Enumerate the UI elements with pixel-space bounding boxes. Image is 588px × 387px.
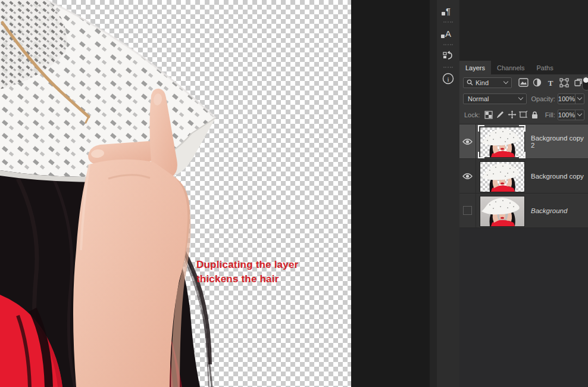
pixel-layer-filter-icon[interactable] bbox=[517, 77, 530, 89]
type-layer-filter-icon[interactable]: T bbox=[544, 77, 557, 89]
opacity-label: Opacity: bbox=[531, 95, 555, 102]
visibility-toggle[interactable] bbox=[459, 124, 476, 158]
fill-scrubber[interactable] bbox=[575, 110, 584, 120]
layer-list: Background copy 2 bbox=[459, 124, 588, 228]
layer-filter-toggle[interactable] bbox=[582, 76, 588, 90]
lock-row: Lock: Fill: 100% bbox=[459, 107, 588, 123]
chevron-down-icon bbox=[503, 79, 508, 84]
panel-dot bbox=[442, 12, 445, 15]
paragraph-panel-button[interactable]: ¶ bbox=[437, 0, 459, 21]
pasteboard bbox=[351, 0, 430, 387]
layer-row-background-copy-2[interactable]: Background copy 2 bbox=[459, 124, 588, 159]
layer-name: Background bbox=[531, 207, 567, 214]
layers-panel: Layers Channels Paths Kind T bbox=[459, 0, 588, 387]
panel-tab-bar: Layers Channels Paths bbox=[459, 61, 588, 74]
canvas-annotation-text: Duplicating the layer thickens the hair bbox=[196, 258, 298, 286]
panel-empty-area bbox=[459, 0, 588, 61]
panel-dot bbox=[441, 35, 445, 38]
layer-row-background[interactable]: Background bbox=[459, 194, 588, 228]
chevron-down-icon bbox=[518, 95, 523, 100]
fill-input[interactable]: 100% bbox=[558, 110, 584, 120]
layer-thumbnail[interactable] bbox=[480, 196, 524, 226]
layer-name: Background copy 2 bbox=[531, 135, 588, 149]
lock-artboard-icon[interactable] bbox=[518, 109, 528, 121]
blend-mode-value: Normal bbox=[468, 95, 517, 102]
layer-filter-kind-dropdown[interactable]: Kind bbox=[463, 77, 512, 88]
lock-all-icon[interactable] bbox=[530, 109, 540, 121]
shape-layer-filter-icon[interactable] bbox=[558, 77, 571, 89]
visibility-empty-box bbox=[463, 206, 472, 215]
blend-mode-row: Normal Opacity: 100% bbox=[459, 90, 588, 107]
visibility-toggle[interactable] bbox=[459, 159, 476, 193]
blend-mode-dropdown[interactable]: Normal bbox=[463, 93, 527, 104]
tab-paths[interactable]: Paths bbox=[531, 61, 559, 74]
info-panel-button[interactable]: i bbox=[437, 68, 459, 89]
character-panel-button[interactable]: A bbox=[437, 23, 459, 44]
adjustment-layer-filter-icon[interactable] bbox=[530, 77, 543, 89]
canvas-artwork bbox=[0, 0, 351, 387]
annotation-line-2: thickens the hair bbox=[196, 272, 298, 286]
chevron-down-icon bbox=[577, 95, 582, 100]
layer-list-empty-area bbox=[459, 228, 588, 387]
layer-name: Background copy bbox=[531, 173, 584, 180]
svg-text:i: i bbox=[447, 76, 449, 83]
selection-bracket bbox=[519, 152, 526, 158]
document-canvas[interactable]: Duplicating the layer thickens the hair bbox=[0, 0, 351, 387]
eye-icon bbox=[462, 173, 473, 180]
opacity-value: 100% bbox=[558, 95, 575, 102]
annotation-line-1: Duplicating the layer bbox=[196, 258, 298, 272]
selection-bracket bbox=[478, 152, 484, 158]
history-panel-button[interactable] bbox=[437, 45, 459, 67]
visibility-toggle[interactable] bbox=[459, 194, 476, 227]
layer-thumbnail[interactable] bbox=[480, 161, 524, 191]
eye-icon bbox=[462, 138, 473, 145]
tab-channels[interactable]: Channels bbox=[491, 61, 530, 74]
info-panel-icon: i bbox=[442, 72, 455, 85]
fill-label: Fill: bbox=[545, 111, 555, 118]
kind-label: Kind bbox=[476, 79, 502, 86]
lock-label: Lock: bbox=[464, 111, 480, 118]
paragraph-panel-icon: ¶ bbox=[446, 7, 451, 15]
selection-bracket bbox=[478, 125, 484, 132]
character-panel-icon: A bbox=[445, 29, 451, 38]
layer-filter-row: Kind T bbox=[459, 74, 588, 90]
opacity-scrubber[interactable] bbox=[575, 94, 584, 104]
layer-row-background-copy[interactable]: Background copy bbox=[459, 159, 588, 194]
history-panel-icon bbox=[442, 50, 454, 62]
lock-position-icon[interactable] bbox=[506, 109, 517, 121]
chevron-down-icon bbox=[577, 111, 582, 116]
collapsed-panel-dock: ¶ A i bbox=[437, 0, 459, 387]
lock-image-pixels-icon[interactable] bbox=[495, 109, 505, 121]
toggle-knob bbox=[583, 77, 588, 83]
layers-panel-controls: Kind T Normal bbox=[459, 74, 588, 124]
selection-bracket bbox=[519, 125, 526, 132]
tab-layers[interactable]: Layers bbox=[459, 61, 491, 74]
layer-thumbnail[interactable] bbox=[480, 127, 524, 157]
fill-value: 100% bbox=[558, 111, 575, 118]
panel-gutter bbox=[430, 0, 437, 387]
lock-transparent-pixels-icon[interactable] bbox=[483, 109, 493, 121]
svg-text:T: T bbox=[548, 79, 553, 87]
opacity-input[interactable]: 100% bbox=[558, 93, 584, 104]
search-icon bbox=[467, 79, 473, 86]
